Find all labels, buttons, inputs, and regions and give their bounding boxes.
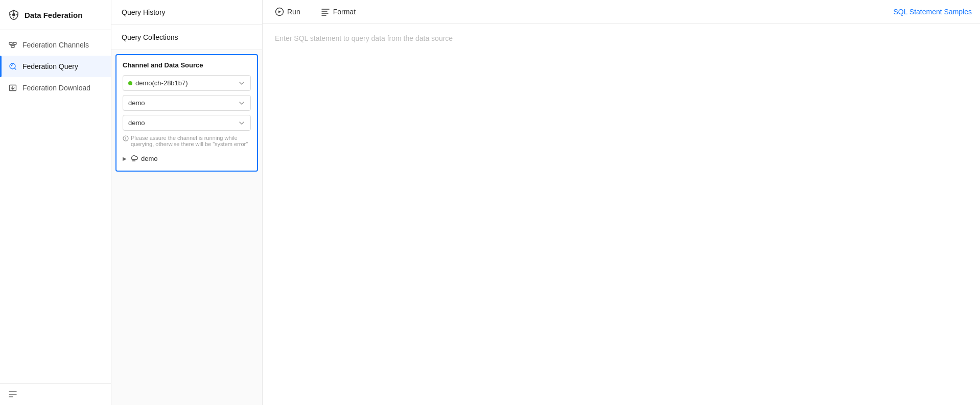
- datasource-dropdown-1-chevron-icon: [238, 100, 245, 107]
- sidebar: Data Federation Federation Channels: [0, 0, 111, 405]
- sidebar-item-label-federation-channels: Federation Channels: [22, 41, 89, 49]
- channel-status-dot: [128, 81, 132, 85]
- main-content: Run Format SQL Statement Samples Enter S…: [263, 0, 980, 405]
- channel-datasource-title: Channel and Data Source: [123, 61, 251, 69]
- tree-item-label: demo: [141, 155, 158, 162]
- editor-placeholder: Enter SQL statement to query data from t…: [275, 34, 968, 42]
- datasource-dropdown-1[interactable]: demo: [123, 95, 251, 111]
- sidebar-nav: Federation Channels Federation Query Fed…: [0, 30, 111, 383]
- datasource-dropdown-2-chevron-icon: [238, 120, 245, 127]
- svg-rect-3: [11, 45, 14, 47]
- channel-dropdown-left: demo(ch-28b1b7): [128, 79, 188, 87]
- svg-point-7: [126, 139, 126, 140]
- cloud-icon: [130, 154, 138, 162]
- channel-dropdown-value: demo(ch-28b1b7): [135, 79, 188, 87]
- tree-arrow-icon: ▶: [123, 156, 127, 161]
- warning-circle-icon: [123, 135, 129, 141]
- channel-dropdown-chevron-icon: [238, 80, 245, 87]
- datasource-dropdown-2-value: demo: [128, 119, 145, 127]
- format-label: Format: [333, 8, 356, 16]
- warning-message: Please assure the channel is running whi…: [123, 135, 251, 147]
- svg-rect-2: [13, 42, 16, 44]
- sidebar-item-label-federation-query: Federation Query: [22, 62, 78, 70]
- format-button[interactable]: Format: [317, 5, 360, 18]
- federation-query-icon: [8, 62, 17, 71]
- data-federation-logo-icon: [8, 9, 19, 20]
- query-collections-tab[interactable]: Query Collections: [111, 25, 262, 50]
- tree-item-demo[interactable]: ▶ demo: [123, 152, 251, 164]
- run-icon: [275, 7, 284, 16]
- query-history-tab[interactable]: Query History: [111, 0, 262, 25]
- format-icon: [321, 7, 330, 16]
- sidebar-item-federation-download[interactable]: Federation Download: [0, 77, 111, 99]
- channel-dropdown[interactable]: demo(ch-28b1b7): [123, 75, 251, 91]
- sidebar-footer: [0, 383, 111, 405]
- channel-datasource-section: Channel and Data Source demo(ch-28b1b7) …: [115, 54, 258, 172]
- toolbar: Run Format SQL Statement Samples: [263, 0, 980, 24]
- sidebar-title: Data Federation: [25, 11, 82, 19]
- svg-point-0: [12, 13, 15, 16]
- sql-samples-link[interactable]: SQL Statement Samples: [893, 8, 972, 16]
- middle-panel: Query History Query Collections Channel …: [111, 0, 263, 405]
- federation-channels-icon: [8, 40, 17, 50]
- federation-download-icon: [8, 83, 17, 92]
- datasource-dropdown-2[interactable]: demo: [123, 115, 251, 131]
- datasource-dropdown-1-value: demo: [128, 99, 145, 107]
- menu-icon[interactable]: [8, 390, 17, 399]
- sidebar-header: Data Federation: [0, 0, 111, 30]
- svg-rect-1: [9, 42, 12, 44]
- sidebar-item-federation-channels[interactable]: Federation Channels: [0, 34, 111, 56]
- run-button[interactable]: Run: [271, 5, 305, 18]
- editor-area[interactable]: Enter SQL statement to query data from t…: [263, 24, 980, 405]
- sidebar-item-label-federation-download: Federation Download: [22, 84, 90, 92]
- warning-text-content: Please assure the channel is running whi…: [131, 135, 251, 147]
- sidebar-item-federation-query[interactable]: Federation Query: [0, 56, 111, 77]
- run-label: Run: [287, 8, 300, 16]
